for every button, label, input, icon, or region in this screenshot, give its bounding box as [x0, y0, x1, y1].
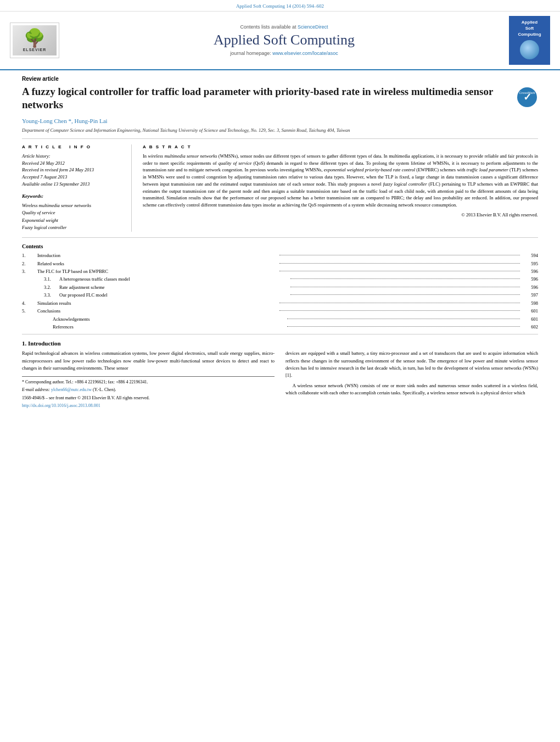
toc-item-3-3: 3.3. Our proposed FLC model 597 — [22, 291, 538, 299]
footnote-area: * Corresponding author. Tel.: +886 4 221… — [22, 376, 275, 410]
crossmark-container: ✓ CrossMark — [516, 86, 538, 109]
toc-item-3-2: 3.2. Rate adjustment scheme 596 — [22, 283, 538, 291]
doi-link[interactable]: http://dx.doi.org/10.1016/j.asoc.2013.08… — [22, 403, 100, 408]
intro-para-right-2: A wireless sensor network (WSN) consists… — [285, 382, 538, 397]
intro-heading: 1. Introduction — [22, 340, 538, 347]
elsevier-wordmark: ELSEVIER — [23, 48, 47, 52]
journal-title-center: Contents lists available at ScienceDirec… — [65, 24, 503, 56]
elsevier-logo-box: 🌳 ELSEVIER — [10, 23, 59, 58]
toc-item-3-1: 3.1. A heterogeneous traffic classes mod… — [22, 275, 538, 283]
affiliation: Department of Computer Science and Infor… — [22, 127, 538, 139]
received-date: Received 24 May 2012 — [22, 160, 126, 167]
logo-text: AppliedSoftComputing — [512, 19, 547, 38]
article-type-label: Review article — [22, 76, 538, 82]
toc-item-5: 5. Conclusions 601 — [22, 307, 538, 315]
abstract-text: In wireless multimedia sensor networks (… — [143, 153, 538, 209]
journal-logo-circle — [520, 40, 539, 59]
keyword-3: Exponential weight — [22, 217, 126, 225]
keywords-list: Wireless multimedia sensor networks Qual… — [22, 202, 126, 232]
toc-item-3: 3. The FLC for TLP based on EWPBRC 596 — [22, 267, 538, 275]
citation-text: Applied Soft Computing 14 (2014) 594–602 — [236, 3, 324, 9]
toc-item-2: 2. Related works 595 — [22, 260, 538, 267]
contents-section: Contents 1. Introduction 594 2. Related … — [22, 243, 538, 334]
main-content: Review article ✓ CrossMark A fuzzy logic… — [0, 70, 560, 416]
contents-heading: Contents — [22, 243, 538, 249]
journal-name: Applied Soft Computing — [65, 32, 503, 48]
info-abstract-section: A R T I C L E I N F O Article history: R… — [22, 144, 538, 238]
page: Applied Soft Computing 14 (2014) 594–602… — [0, 0, 560, 742]
journal-logo-box: AppliedSoftComputing — [509, 16, 550, 65]
elsevier-logo-image: 🌳 ELSEVIER — [13, 25, 57, 55]
crossmark-icon: ✓ CrossMark — [516, 86, 538, 108]
toc-item-ack: Acknowledgements 601 — [22, 315, 538, 323]
history-label: Article history: — [22, 153, 126, 160]
intro-para-right-1: devices are equipped with a small batter… — [285, 350, 538, 379]
svg-text:CrossMark: CrossMark — [519, 91, 535, 94]
homepage-url[interactable]: www.elsevier.com/locate/asoc — [272, 51, 338, 56]
keyword-1: Wireless multimedia sensor networks — [22, 202, 126, 210]
abstract-section: A B S T R A C T In wireless multimedia s… — [143, 144, 538, 232]
journal-logo-right: AppliedSoftComputing — [509, 16, 550, 65]
article-title-section: ✓ CrossMark A fuzzy logical controller f… — [22, 85, 538, 112]
article-title: A fuzzy logical controller for traffic l… — [22, 85, 538, 112]
authors: Young-Long Chen *, Hung-Pin Lai — [22, 118, 538, 124]
received-revised-date: Received in revised form 24 May 2013 — [22, 166, 126, 174]
email-link[interactable]: ylchen66@nutc.edu.tw — [51, 387, 92, 392]
citation-bar: Applied Soft Computing 14 (2014) 594–602 — [0, 0, 560, 12]
toc-item-4: 4. Simulation results 598 — [22, 299, 538, 307]
tree-icon: 🌳 — [24, 29, 46, 48]
article-info: A R T I C L E I N F O Article history: R… — [22, 144, 132, 232]
journal-header: 🌳 ELSEVIER Contents lists available at S… — [0, 12, 560, 70]
available-date: Available online 13 September 2013 — [22, 181, 126, 188]
sciencedirect-link[interactable]: ScienceDirect — [298, 24, 328, 30]
keyword-4: Fuzzy logical controller — [22, 224, 126, 232]
intro-col-right: devices are equipped with a small batter… — [285, 350, 538, 410]
accepted-date: Accepted 7 August 2013 — [22, 174, 126, 181]
intro-two-col: Rapid technological advances in wireless… — [22, 350, 538, 410]
intro-col-left: Rapid technological advances in wireless… — [22, 350, 275, 410]
footnote-email: E-mail address: ylchen66@nutc.edu.tw (Y.… — [22, 387, 275, 393]
homepage-link-label: journal homepage: www.elsevier.com/locat… — [65, 51, 503, 56]
copyright-text: © 2013 Elsevier B.V. All rights reserved… — [143, 212, 538, 217]
intro-para-1: Rapid technological advances in wireless… — [22, 350, 275, 372]
toc-item-ref: References 602 — [22, 323, 538, 331]
contents-available-text: Contents lists available at ScienceDirec… — [65, 24, 503, 30]
abstract-heading: A B S T R A C T — [143, 144, 538, 149]
article-info-heading: A R T I C L E I N F O — [22, 144, 126, 149]
footnote-doi: http://dx.doi.org/10.1016/j.asoc.2013.08… — [22, 403, 275, 409]
keywords-heading: Keywords: — [22, 193, 126, 199]
keyword-2: Quality of service — [22, 209, 126, 217]
toc-item-1: 1. Introduction 594 — [22, 252, 538, 259]
footnote-corresponding: * Corresponding author. Tel.: +886 4 221… — [22, 379, 275, 386]
footnote-issn: 1568-4946/$ – see front matter © 2013 El… — [22, 395, 275, 401]
elsevier-logo: 🌳 ELSEVIER — [10, 23, 59, 58]
introduction-section: 1. Introduction Rapid technological adva… — [22, 340, 538, 410]
